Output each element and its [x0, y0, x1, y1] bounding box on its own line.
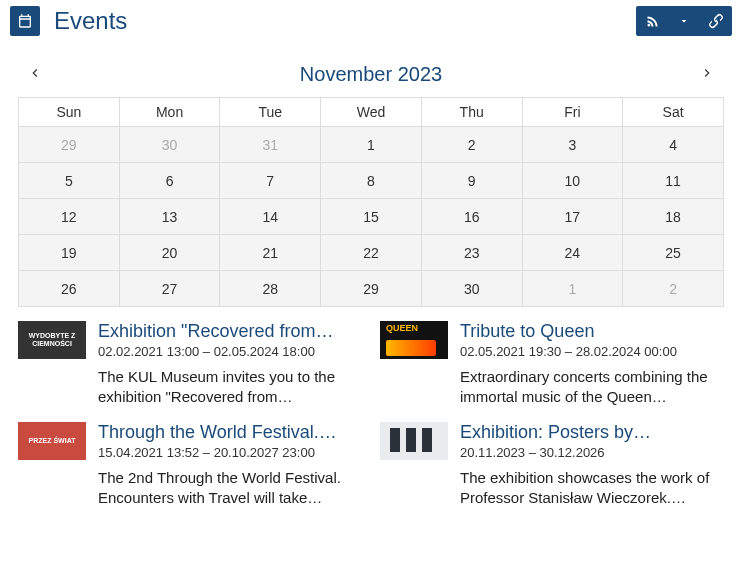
- calendar-day[interactable]: 25: [623, 235, 724, 271]
- calendar-day[interactable]: 12: [19, 199, 120, 235]
- calendar-day[interactable]: 11: [623, 163, 724, 199]
- rss-button[interactable]: [636, 6, 668, 36]
- calendar-day[interactable]: 15: [321, 199, 422, 235]
- calendar-day[interactable]: 2: [421, 127, 522, 163]
- weekday-header: Thu: [421, 98, 522, 127]
- event-date: 02.05.2021 19:30 – 28.02.2024 00:00: [460, 344, 724, 359]
- header-left: Events: [10, 6, 127, 36]
- portlet-header: Events: [0, 0, 742, 46]
- event-list: WYDOBYTE Z CIEMNOŚCIExhibition "Recovere…: [0, 307, 742, 526]
- weekday-header: Sun: [19, 98, 120, 127]
- event-thumbnail[interactable]: WYDOBYTE Z CIEMNOŚCI: [18, 321, 86, 359]
- calendar-day[interactable]: 14: [220, 199, 321, 235]
- calendar-day[interactable]: 21: [220, 235, 321, 271]
- calendar-day[interactable]: 3: [522, 127, 623, 163]
- event-title[interactable]: Tribute to Queen: [460, 321, 724, 342]
- event-date: 15.04.2021 13:52 – 20.10.2027 23:00: [98, 445, 362, 460]
- calendar-day[interactable]: 4: [623, 127, 724, 163]
- prev-month-button[interactable]: [24, 62, 46, 87]
- event-thumbnail[interactable]: [380, 422, 448, 460]
- next-month-button[interactable]: [696, 62, 718, 87]
- event-title[interactable]: Exhibition: Posters by…: [460, 422, 724, 443]
- event-thumbnail[interactable]: PRZEZ ŚWIAT: [18, 422, 86, 460]
- calendar-day[interactable]: 6: [119, 163, 220, 199]
- calendar-header: November 2023: [18, 58, 724, 97]
- calendar-day[interactable]: 18: [623, 199, 724, 235]
- calendar-day[interactable]: 9: [421, 163, 522, 199]
- calendar-app-icon: [10, 6, 40, 36]
- weekday-header: Tue: [220, 98, 321, 127]
- calendar-grid: SunMonTueWedThuFriSat 293031123456789101…: [18, 97, 724, 307]
- calendar-day[interactable]: 24: [522, 235, 623, 271]
- calendar-day[interactable]: 1: [321, 127, 422, 163]
- event-description: Extraordinary concerts combining the imm…: [460, 367, 724, 408]
- link-button[interactable]: [700, 6, 732, 36]
- event-item: PRZEZ ŚWIATThrough the World Festival.…1…: [18, 422, 362, 509]
- month-label: November 2023: [300, 63, 442, 86]
- calendar-day[interactable]: 29: [19, 127, 120, 163]
- calendar-day[interactable]: 16: [421, 199, 522, 235]
- calendar-day[interactable]: 5: [19, 163, 120, 199]
- calendar-day[interactable]: 20: [119, 235, 220, 271]
- event-title[interactable]: Through the World Festival.…: [98, 422, 362, 443]
- event-body: Exhibition "Recovered from…02.02.2021 13…: [98, 321, 362, 408]
- calendar-day[interactable]: 19: [19, 235, 120, 271]
- weekday-header: Wed: [321, 98, 422, 127]
- event-body: Exhibition: Posters by…20.11.2023 – 30.1…: [460, 422, 724, 509]
- event-description: The exhibition showcases the work of Pro…: [460, 468, 724, 509]
- calendar-day[interactable]: 10: [522, 163, 623, 199]
- calendar-day[interactable]: 30: [421, 271, 522, 307]
- event-description: The 2nd Through the World Festival. Enco…: [98, 468, 362, 509]
- calendar-day[interactable]: 17: [522, 199, 623, 235]
- event-item: Exhibition: Posters by…20.11.2023 – 30.1…: [380, 422, 724, 509]
- event-item: WYDOBYTE Z CIEMNOŚCIExhibition "Recovere…: [18, 321, 362, 408]
- calendar-day[interactable]: 1: [522, 271, 623, 307]
- weekday-header: Mon: [119, 98, 220, 127]
- calendar-day[interactable]: 28: [220, 271, 321, 307]
- calendar-day[interactable]: 26: [19, 271, 120, 307]
- dropdown-button[interactable]: [668, 6, 700, 36]
- calendar-day[interactable]: 22: [321, 235, 422, 271]
- weekday-header: Sat: [623, 98, 724, 127]
- event-thumbnail[interactable]: [380, 321, 448, 359]
- calendar-day[interactable]: 7: [220, 163, 321, 199]
- calendar-day[interactable]: 13: [119, 199, 220, 235]
- header-actions: [636, 6, 732, 36]
- event-item: Tribute to Queen02.05.2021 19:30 – 28.02…: [380, 321, 724, 408]
- calendar-day[interactable]: 23: [421, 235, 522, 271]
- event-date: 20.11.2023 – 30.12.2026: [460, 445, 724, 460]
- event-date: 02.02.2021 13:00 – 02.05.2024 18:00: [98, 344, 362, 359]
- calendar-day[interactable]: 30: [119, 127, 220, 163]
- weekday-header: Fri: [522, 98, 623, 127]
- calendar-day[interactable]: 31: [220, 127, 321, 163]
- page-title: Events: [54, 7, 127, 35]
- event-body: Through the World Festival.…15.04.2021 1…: [98, 422, 362, 509]
- event-title[interactable]: Exhibition "Recovered from…: [98, 321, 362, 342]
- calendar-section: November 2023 SunMonTueWedThuFriSat 2930…: [0, 46, 742, 307]
- event-body: Tribute to Queen02.05.2021 19:30 – 28.02…: [460, 321, 724, 408]
- calendar-day[interactable]: 2: [623, 271, 724, 307]
- event-description: The KUL Museum invites you to the exhibi…: [98, 367, 362, 408]
- calendar-day[interactable]: 8: [321, 163, 422, 199]
- calendar-day[interactable]: 27: [119, 271, 220, 307]
- calendar-day[interactable]: 29: [321, 271, 422, 307]
